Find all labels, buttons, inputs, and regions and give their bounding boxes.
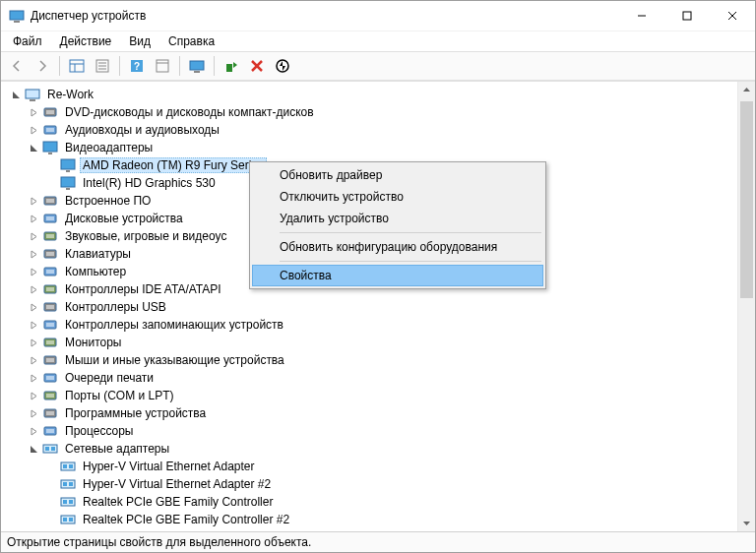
menu-view[interactable]: Вид — [121, 32, 158, 50]
status-text: Открытие страницы свойств для выделенног… — [7, 535, 311, 549]
menu-help[interactable]: Справка — [160, 32, 222, 50]
tree-node[interactable]: DVD-дисководы и дисководы компакт-дисков — [5, 103, 737, 121]
scrollbar-thumb[interactable] — [740, 101, 753, 298]
tree-node[interactable]: Hyper-V Virtual Ethernet Adapter #2 — [5, 475, 737, 493]
disable-button[interactable] — [271, 54, 294, 78]
minimize-button[interactable] — [619, 1, 664, 31]
show-hide-console-button[interactable] — [65, 54, 89, 78]
menu-action[interactable]: Действие — [52, 32, 120, 50]
context-menu-item[interactable]: Обновить конфигурацию оборудования — [252, 236, 543, 258]
tree-node-label: Мыши и иные указывающие устройства — [62, 352, 287, 368]
context-menu-item[interactable]: Обновить драйвер — [252, 164, 543, 186]
device-icon — [60, 529, 76, 531]
vertical-scrollbar[interactable] — [737, 82, 755, 531]
expand-icon[interactable] — [27, 194, 40, 208]
expand-icon[interactable] — [27, 389, 40, 402]
tree-node-label: AMD Radeon (TM) R9 Fury Series — [80, 157, 267, 173]
tree-node-label: Сетевые адаптеры — [62, 441, 172, 457]
expand-icon[interactable] — [27, 229, 40, 243]
tree-node-label: Intel(R) HD Graphics 530 — [80, 175, 219, 191]
expand-icon[interactable] — [27, 300, 40, 314]
expand-icon[interactable] — [27, 282, 40, 296]
tree-node[interactable]: Realtek PCIe GBE Family Controller — [5, 493, 737, 511]
tree-node-label: VirtualBox Host-Only Ethernet Adapter — [80, 529, 287, 531]
tree-node[interactable]: Realtek PCIe GBE Family Controller #2 — [5, 511, 737, 528]
context-menu-item[interactable]: Отключить устройство — [252, 186, 543, 208]
tree-node[interactable]: Программные устройства — [5, 404, 737, 422]
expander-spacer — [44, 460, 58, 473]
svg-rect-60 — [46, 411, 54, 415]
collapse-icon[interactable] — [27, 141, 40, 154]
svg-rect-26 — [46, 110, 54, 114]
tree-node-label: Мониторы — [62, 335, 124, 350]
device-icon — [60, 476, 76, 492]
svg-rect-36 — [46, 199, 54, 203]
tree-node[interactable]: Аудиовходы и аудиовыходы — [5, 121, 737, 139]
tree-node[interactable]: Мониторы — [5, 334, 737, 351]
svg-rect-64 — [45, 447, 49, 451]
svg-rect-73 — [63, 500, 67, 504]
tree-node[interactable]: Процессоры — [5, 422, 737, 440]
titlebar[interactable]: Диспетчер устройств — [1, 1, 755, 31]
expand-icon[interactable] — [27, 336, 40, 349]
svg-text:?: ? — [134, 61, 140, 72]
svg-rect-1 — [14, 21, 20, 23]
expand-icon[interactable] — [27, 212, 40, 225]
tree-node[interactable]: Очереди печати — [5, 369, 737, 387]
tree-node[interactable]: VirtualBox Host-Only Ethernet Adapter — [5, 528, 737, 531]
tree-node-label: Встроенное ПО — [62, 193, 154, 209]
device-icon — [42, 211, 58, 226]
tree-node-label: Компьютер — [62, 264, 129, 279]
svg-rect-23 — [26, 90, 39, 98]
tree-node[interactable]: Hyper-V Virtual Ethernet Adapter — [5, 458, 737, 475]
svg-rect-33 — [61, 177, 75, 187]
properties-button[interactable] — [91, 54, 114, 78]
device-icon — [42, 228, 58, 244]
scan-hardware-button[interactable] — [185, 54, 209, 78]
forward-button[interactable] — [31, 54, 54, 78]
svg-rect-24 — [30, 99, 35, 101]
menu-file[interactable]: Файл — [5, 32, 50, 50]
tree-node[interactable]: Сетевые адаптеры — [5, 440, 737, 458]
expand-icon[interactable] — [27, 353, 40, 367]
expand-icon[interactable] — [27, 318, 40, 332]
expand-icon[interactable] — [27, 265, 40, 278]
expand-icon[interactable] — [27, 105, 40, 119]
tree-node-label: Realtek PCIe GBE Family Controller #2 — [80, 512, 292, 527]
expand-icon[interactable] — [27, 406, 40, 420]
context-menu: Обновить драйверОтключить устройствоУдал… — [249, 161, 546, 289]
device-icon — [42, 264, 58, 279]
tree-node[interactable]: Видеоадаптеры — [5, 139, 737, 156]
context-menu-item[interactable]: Свойства — [252, 265, 543, 286]
help-button[interactable]: ? — [125, 54, 149, 78]
expand-icon[interactable] — [27, 424, 40, 438]
tree-node[interactable]: Re-Work — [5, 86, 737, 103]
device-icon — [60, 494, 76, 510]
tree-node[interactable]: Мыши и иные указывающие устройства — [5, 351, 737, 369]
statusbar: Открытие страницы свойств для выделенног… — [1, 531, 755, 552]
expand-icon[interactable] — [27, 247, 40, 261]
svg-rect-28 — [46, 128, 54, 132]
maximize-button[interactable] — [664, 1, 710, 31]
scroll-down-button[interactable] — [738, 515, 755, 531]
device-tree[interactable]: Re-WorkDVD-дисководы и дисководы компакт… — [1, 82, 737, 531]
svg-rect-67 — [63, 464, 67, 468]
close-button[interactable] — [710, 1, 755, 31]
tree-node[interactable]: Порты (COM и LPT) — [5, 387, 737, 404]
svg-rect-31 — [61, 159, 75, 169]
tree-node-label: Программные устройства — [62, 405, 209, 421]
uninstall-button[interactable] — [245, 54, 269, 78]
expand-icon[interactable] — [27, 371, 40, 385]
action-button[interactable] — [151, 54, 174, 78]
collapse-icon[interactable] — [9, 88, 23, 101]
collapse-icon[interactable] — [27, 442, 40, 456]
context-menu-item[interactable]: Удалить устройство — [252, 208, 543, 229]
update-driver-button[interactable] — [220, 54, 243, 78]
tree-node-label: Контроллеры запоминающих устройств — [62, 317, 286, 333]
scroll-up-button[interactable] — [738, 82, 755, 98]
tree-node[interactable]: Контроллеры USB — [5, 298, 737, 316]
device-icon — [25, 87, 40, 102]
tree-node[interactable]: Контроллеры запоминающих устройств — [5, 316, 737, 334]
expand-icon[interactable] — [27, 123, 40, 137]
back-button[interactable] — [5, 54, 29, 78]
